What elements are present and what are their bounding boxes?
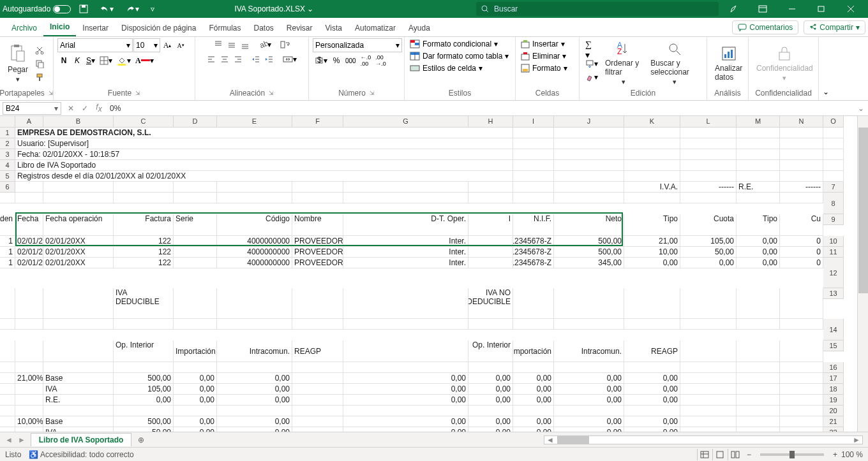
- cell[interactable]: 4000000000: [217, 236, 292, 247]
- cell[interactable]: [217, 319, 292, 330]
- cell[interactable]: [780, 395, 823, 406]
- cell[interactable]: [15, 182, 43, 193]
- spreadsheet-grid[interactable]: ABCDEFGHIJKLMNO1EMPRESA DE DEMOSTRACION,…: [0, 116, 868, 432]
- tab-insert[interactable]: Insertar: [76, 20, 115, 36]
- cell[interactable]: ------: [680, 182, 737, 193]
- cell[interactable]: 0,00: [513, 384, 554, 395]
- clear-icon[interactable]: ▾: [583, 71, 600, 84]
- cell[interactable]: [780, 416, 823, 427]
- font-name-select[interactable]: Arial▾: [57, 38, 133, 52]
- column-header[interactable]: M: [737, 116, 780, 128]
- minimize-icon[interactable]: [777, 0, 807, 18]
- row-header[interactable]: 8: [823, 193, 844, 214]
- cell[interactable]: [174, 319, 217, 330]
- cell[interactable]: [780, 138, 823, 149]
- cell[interactable]: Cu: [780, 214, 823, 236]
- cell[interactable]: [624, 149, 680, 160]
- cell[interactable]: [343, 362, 468, 373]
- bold-button[interactable]: N: [57, 54, 70, 67]
- cell[interactable]: [624, 288, 680, 319]
- cell[interactable]: Fecha: 02/01/20XX - 10:18:57: [15, 149, 513, 160]
- cell[interactable]: [15, 384, 43, 395]
- cell[interactable]: 0,00: [343, 373, 468, 384]
- cell[interactable]: [292, 384, 343, 395]
- cell[interactable]: N.I.F.: [513, 214, 554, 236]
- cell[interactable]: [554, 149, 624, 160]
- italic-button[interactable]: K: [71, 54, 84, 67]
- cell[interactable]: Código: [217, 214, 292, 236]
- cell[interactable]: [0, 416, 15, 427]
- cell[interactable]: 0,00: [513, 373, 554, 384]
- cell[interactable]: 21,00%: [15, 373, 43, 384]
- cell[interactable]: Inter.: [343, 258, 468, 268]
- cell[interactable]: [737, 171, 780, 182]
- cell[interactable]: 0,00: [554, 373, 624, 384]
- cell[interactable]: [823, 149, 844, 160]
- cell[interactable]: 0,00: [737, 236, 780, 247]
- cell[interactable]: Importación: [174, 340, 217, 362]
- column-header[interactable]: L: [680, 116, 737, 128]
- cell[interactable]: I: [468, 214, 513, 236]
- cell[interactable]: 0,00: [343, 384, 468, 395]
- cell[interactable]: Factura: [114, 214, 174, 236]
- cell[interactable]: [292, 362, 343, 373]
- column-header[interactable]: K: [624, 116, 680, 128]
- cell[interactable]: [0, 340, 15, 362]
- cell[interactable]: Neto: [554, 214, 624, 236]
- cell[interactable]: Tipo: [737, 214, 780, 236]
- increase-indent-icon[interactable]: [263, 53, 276, 66]
- cell[interactable]: [217, 193, 292, 203]
- cell[interactable]: [343, 288, 468, 319]
- page-break-view-icon[interactable]: [728, 449, 743, 460]
- cell[interactable]: [0, 319, 15, 330]
- align-top-icon[interactable]: [212, 38, 225, 51]
- cell[interactable]: [468, 247, 513, 258]
- cell[interactable]: [780, 171, 823, 182]
- cell[interactable]: 122: [114, 258, 174, 268]
- column-header[interactable]: A: [15, 116, 43, 128]
- cell[interactable]: 0,00: [217, 373, 292, 384]
- cell[interactable]: [680, 128, 737, 138]
- launcher-icon[interactable]: ⇲: [370, 90, 375, 96]
- cell[interactable]: 0,00: [343, 416, 468, 427]
- column-header[interactable]: F: [292, 116, 343, 128]
- cell[interactable]: [114, 319, 174, 330]
- cell[interactable]: [780, 128, 823, 138]
- confidentiality-button[interactable]: Confidencialidad▾: [752, 44, 817, 84]
- cell[interactable]: [624, 128, 680, 138]
- sheet-tab[interactable]: Libro de IVA Soportado: [31, 433, 132, 446]
- cell[interactable]: 0: [780, 236, 823, 247]
- cell[interactable]: 0,00: [624, 395, 680, 406]
- cell[interactable]: [513, 149, 554, 160]
- cell[interactable]: [15, 193, 43, 203]
- cell[interactable]: [174, 182, 217, 193]
- cell[interactable]: [174, 193, 217, 203]
- fill-color-icon[interactable]: ▾: [115, 54, 133, 67]
- cell[interactable]: [468, 362, 513, 373]
- cell[interactable]: 105,00: [680, 236, 737, 247]
- cell[interactable]: 0,00: [174, 373, 217, 384]
- cell[interactable]: [513, 160, 554, 171]
- cell[interactable]: [737, 384, 780, 395]
- cell[interactable]: 1: [0, 236, 15, 247]
- cell[interactable]: [468, 258, 513, 268]
- cell[interactable]: [0, 427, 15, 432]
- cell[interactable]: 50,00: [680, 247, 737, 258]
- align-left-icon[interactable]: [205, 53, 218, 66]
- row-header[interactable]: 19: [823, 395, 844, 406]
- cell[interactable]: [624, 138, 680, 149]
- cell[interactable]: Libro de IVA Soportado: [15, 160, 513, 171]
- cell[interactable]: 0,00: [554, 416, 624, 427]
- cell[interactable]: IVA DEDUCIBLE: [114, 288, 174, 319]
- cell[interactable]: 0,00: [217, 427, 292, 432]
- row-header[interactable]: 16: [823, 362, 844, 373]
- column-header[interactable]: [0, 116, 15, 128]
- normal-view-icon[interactable]: [697, 449, 712, 460]
- underline-button[interactable]: S ▾: [84, 54, 97, 67]
- cell[interactable]: [680, 384, 737, 395]
- column-header[interactable]: H: [468, 116, 513, 128]
- accounting-format-icon[interactable]: $▾: [313, 54, 329, 67]
- enter-icon[interactable]: ✓: [78, 104, 92, 113]
- cell[interactable]: [554, 193, 624, 203]
- cell[interactable]: [513, 138, 554, 149]
